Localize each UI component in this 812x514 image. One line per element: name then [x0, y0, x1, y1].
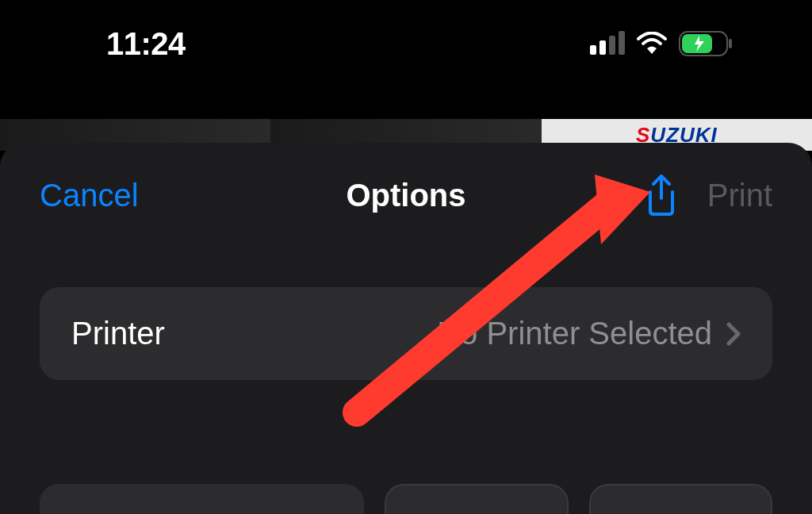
share-icon[interactable]: [644, 175, 679, 216]
print-options-sheet: Cancel Options Print Printer No Printer …: [0, 143, 812, 514]
cellular-signal-icon: [590, 33, 625, 55]
sheet-title: Options: [346, 178, 465, 213]
printer-value: No Printer Selected: [437, 316, 712, 351]
printer-row[interactable]: Printer No Printer Selected: [40, 287, 772, 380]
sheet-header: Cancel Options Print: [0, 143, 812, 240]
status-bar: 11:24: [0, 0, 812, 87]
settings-list: Printer No Printer Selected: [40, 287, 772, 380]
svg-rect-2: [729, 39, 732, 48]
status-icons-group: [590, 31, 733, 56]
partial-bottom-row: [40, 484, 772, 514]
wifi-icon: [636, 32, 668, 56]
printer-label: Printer: [71, 316, 165, 351]
battery-charging-icon: [679, 31, 733, 56]
print-button[interactable]: Print: [707, 178, 772, 213]
chevron-right-icon: [726, 322, 741, 346]
cancel-button[interactable]: Cancel: [40, 178, 139, 213]
status-time: 11:24: [106, 26, 186, 62]
